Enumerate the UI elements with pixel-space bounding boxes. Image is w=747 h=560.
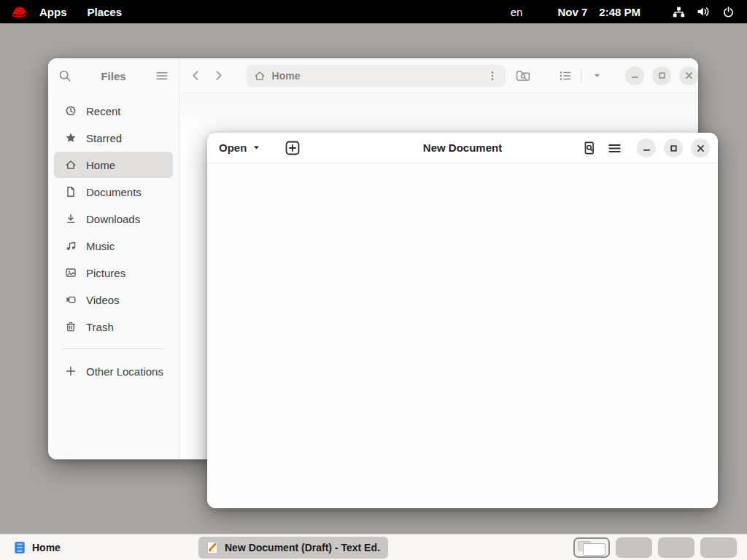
sidebar-item-label: Other Locations <box>86 365 163 378</box>
files-sidebar-header: Files <box>48 58 179 93</box>
document-search-icon[interactable] <box>577 136 602 160</box>
editor-window-title: New Document <box>423 141 502 154</box>
view-dropdown-arrow[interactable] <box>584 63 609 88</box>
clock[interactable]: Nov 7 2:48 PM <box>557 6 640 18</box>
network-icon[interactable] <box>671 4 686 19</box>
taskbar-item-label: Home <box>32 542 61 553</box>
new-tab-icon[interactable] <box>285 140 301 156</box>
workspace-switcher <box>573 537 737 558</box>
sidebar-item-label: Music <box>86 240 115 252</box>
sidebar-item-other-locations[interactable]: Other Locations <box>54 358 173 384</box>
sidebar-item-downloads[interactable]: Downloads <box>54 206 173 232</box>
workspace-1[interactable] <box>573 537 610 558</box>
open-button[interactable]: Open <box>219 141 261 154</box>
taskbar: Home New Document (Draft) - Text Ed... <box>0 534 747 560</box>
volume-icon[interactable] <box>696 4 711 19</box>
search-icon[interactable] <box>58 69 71 82</box>
workspace-2[interactable] <box>616 537 652 558</box>
files-headerbar: Home <box>180 58 698 93</box>
sidebar-item-recent[interactable]: Recent <box>54 98 173 124</box>
back-button[interactable] <box>185 64 207 88</box>
sidebar-item-videos[interactable]: Videos <box>54 287 173 313</box>
power-icon[interactable] <box>721 4 735 19</box>
sidebar-item-label: Starred <box>86 132 122 144</box>
top-bar: Apps Places en Nov 7 2:48 PM <box>0 0 747 23</box>
list-view-icon[interactable] <box>553 63 578 88</box>
current-location-label: Home <box>272 70 301 82</box>
sidebar-item-label: Documents <box>86 186 142 198</box>
open-button-label: Open <box>219 141 247 154</box>
redhat-logo-icon <box>10 4 29 19</box>
sidebar-item-music[interactable]: Music <box>54 233 173 259</box>
sidebar-item-label: Home <box>86 159 115 171</box>
editor-headerbar: Open New Document <box>207 133 718 163</box>
sidebar-item-home[interactable]: Home <box>54 152 173 178</box>
system-status-area[interactable] <box>671 4 735 19</box>
taskbar-item-files[interactable]: Home <box>6 537 68 559</box>
kebab-menu-icon[interactable] <box>487 70 498 82</box>
date-label: Nov 7 <box>557 6 587 18</box>
minimize-button[interactable] <box>625 66 644 85</box>
files-sidebar: Files Recent Starred Home Doc <box>48 58 179 459</box>
hamburger-menu-icon[interactable] <box>602 136 627 160</box>
workspace-3[interactable] <box>658 537 694 558</box>
keyboard-layout-indicator[interactable]: en <box>505 6 529 18</box>
minimize-button[interactable] <box>637 139 656 158</box>
sidebar-item-label: Downloads <box>86 213 140 225</box>
maximize-button[interactable] <box>652 66 671 85</box>
time-label: 2:48 PM <box>599 6 640 18</box>
close-button[interactable] <box>679 66 698 85</box>
sidebar-item-trash[interactable]: Trash <box>54 314 173 340</box>
sidebar-separator <box>61 349 166 349</box>
sidebar-item-label: Trash <box>86 321 114 333</box>
taskbar-item-text-editor[interactable]: New Document (Draft) - Text Ed... <box>198 537 388 559</box>
view-toggle-group <box>553 63 609 88</box>
sidebar-item-pictures[interactable]: Pictures <box>54 260 173 286</box>
pathbar[interactable]: Home <box>247 65 506 87</box>
taskbar-item-label: New Document (Draft) - Text Ed... <box>225 542 381 553</box>
sidebar-item-label: Pictures <box>86 267 125 279</box>
forward-button[interactable] <box>207 64 230 88</box>
workspace-window-thumbnail <box>583 543 605 556</box>
text-editor-window: Open New Document <box>207 133 718 508</box>
toolbar-divider <box>581 69 581 83</box>
hamburger-menu-icon[interactable] <box>155 69 169 82</box>
sidebar-item-label: Videos <box>86 294 120 306</box>
places-menu[interactable]: Places <box>77 0 133 23</box>
folder-search-icon[interactable] <box>511 63 535 88</box>
files-sidebar-list: Recent Starred Home Documents Downloads … <box>48 98 179 384</box>
sidebar-item-label: Recent <box>86 105 121 117</box>
close-button[interactable] <box>691 139 710 158</box>
editor-text-area[interactable] <box>207 163 718 508</box>
workspace-4[interactable] <box>700 537 737 558</box>
files-app-icon <box>13 541 26 554</box>
apps-menu[interactable]: Apps <box>29 0 77 23</box>
text-editor-app-icon <box>206 541 219 554</box>
files-window-controls <box>625 66 698 85</box>
sidebar-item-starred[interactable]: Starred <box>54 125 173 151</box>
sidebar-item-documents[interactable]: Documents <box>54 179 173 205</box>
maximize-button[interactable] <box>664 139 683 158</box>
editor-window-controls <box>637 139 710 158</box>
